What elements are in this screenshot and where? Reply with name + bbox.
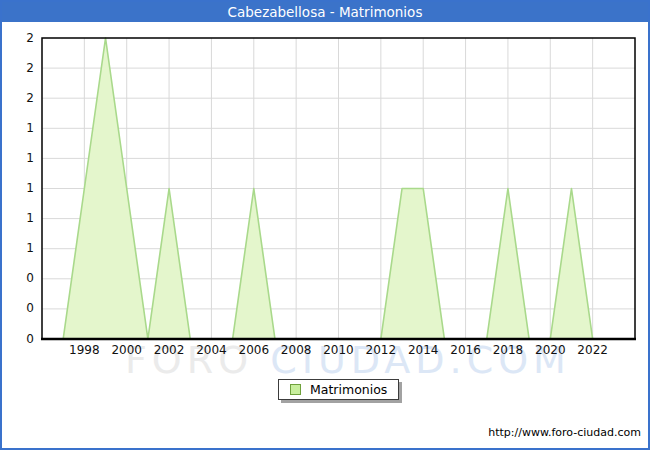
- x-tick-label: 2000: [105, 343, 149, 357]
- legend-label: Matrimonios: [310, 382, 387, 397]
- x-tick-label: 2004: [189, 343, 233, 357]
- footer-url: http://www.foro-ciudad.com: [488, 426, 641, 439]
- y-tick-label: 1: [2, 151, 34, 166]
- x-tick-label: 2010: [317, 343, 361, 357]
- y-tick-label: 2: [2, 61, 34, 76]
- y-tick-label: 2: [2, 91, 34, 106]
- x-tick-label: 2002: [147, 343, 191, 357]
- y-tick-label: 0: [2, 332, 34, 347]
- legend-swatch-icon: [290, 384, 301, 395]
- x-tick-label: 2012: [359, 343, 403, 357]
- chart-title: Cabezabellosa - Matrimonios: [2, 2, 648, 22]
- x-tick-label: 2022: [571, 343, 615, 357]
- y-tick-label: 0: [2, 271, 34, 286]
- x-tick-label: 2008: [274, 343, 318, 357]
- y-tick-label: 1: [2, 241, 34, 256]
- y-tick-label: 2: [2, 31, 34, 46]
- x-tick-label: 2020: [528, 343, 572, 357]
- chart-window: Cabezabellosa - Matrimonios FORO CIUDAD.…: [0, 0, 650, 450]
- y-tick-label: 0: [2, 301, 34, 316]
- y-tick-label: 1: [2, 211, 34, 226]
- x-tick-label: 2006: [232, 343, 276, 357]
- y-tick-label: 1: [2, 121, 34, 136]
- x-tick-label: 2018: [486, 343, 530, 357]
- x-tick-label: 1998: [62, 343, 106, 357]
- legend: Matrimonios: [278, 379, 399, 400]
- x-tick-label: 2014: [401, 343, 445, 357]
- y-tick-label: 1: [2, 181, 34, 196]
- x-tick-label: 2016: [444, 343, 488, 357]
